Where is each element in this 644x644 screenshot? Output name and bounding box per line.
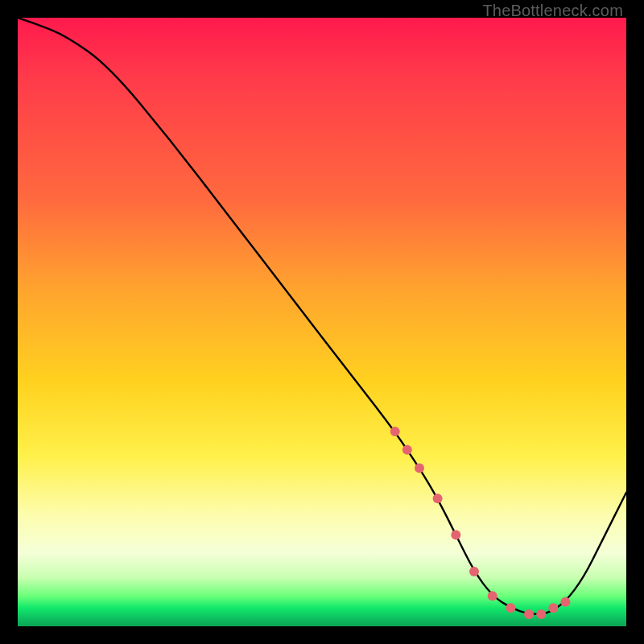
watermark-text: TheBottleneck.com [482, 2, 623, 20]
chart-marker [433, 493, 443, 503]
chart-marker [548, 603, 558, 613]
chart-line [18, 18, 626, 614]
chart-plot-area [18, 18, 626, 626]
chart-svg [18, 18, 626, 626]
chart-marker [524, 609, 534, 619]
chart-marker [451, 530, 460, 540]
chart-marker [390, 427, 400, 436]
chart-marker [469, 567, 479, 576]
chart-marker [415, 463, 424, 473]
chart-marker [536, 609, 546, 619]
chart-marker [506, 603, 515, 613]
chart-markers [390, 427, 571, 619]
chart-marker [488, 591, 497, 601]
chart-marker [402, 445, 412, 455]
chart-marker [560, 597, 570, 607]
chart-frame: TheBottleneck.com [0, 0, 644, 644]
